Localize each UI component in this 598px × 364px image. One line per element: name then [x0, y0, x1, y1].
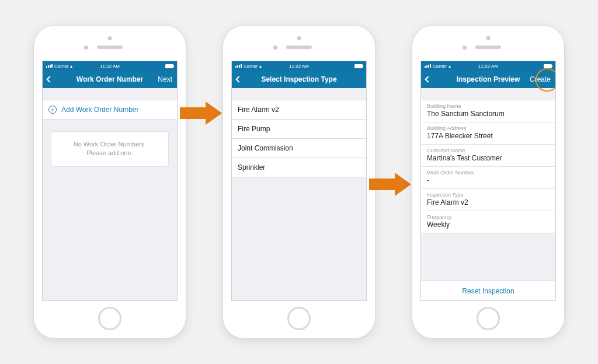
- battery-icon: [544, 64, 552, 68]
- reset-inspection-button[interactable]: Reset Inspection: [421, 281, 555, 300]
- status-bar: Carrier ▴ 11:22 AM: [43, 61, 177, 71]
- create-button[interactable]: Create: [530, 75, 551, 83]
- arrow-step-2: [369, 173, 411, 196]
- screen-work-order: Carrier ▴ 11:22 AM Work Order Number Nex…: [42, 61, 178, 301]
- inspection-type-option[interactable]: Joint Commission: [232, 139, 366, 158]
- content-area: Building Name The Sanctum Sanctorum Buil…: [421, 88, 555, 300]
- phone-frame-2: Carrier ▴ 11:22 AM Select Inspection Typ…: [223, 26, 375, 338]
- phone-speaker: [475, 46, 501, 49]
- phone-sensor: [486, 36, 491, 40]
- phone-speaker: [97, 46, 123, 49]
- nav-bar: Inspection Preview Create: [421, 71, 555, 88]
- inspection-type-option[interactable]: Fire Pump: [232, 120, 366, 139]
- carrier-label: Carrier: [244, 64, 258, 69]
- field-work-order-number[interactable]: Work Order Number -: [421, 167, 555, 189]
- back-button[interactable]: [426, 75, 444, 83]
- signal-icon: [235, 64, 242, 68]
- field-customer-name[interactable]: Customer Name Martina's Test Customer: [421, 145, 555, 167]
- field-value: Weekly: [427, 220, 550, 229]
- field-building-address[interactable]: Building Address 177A Bleecker Street: [421, 123, 555, 145]
- field-building-name[interactable]: Building Name The Sanctum Sanctorum: [421, 100, 555, 123]
- empty-state-card: No Work Order Numbers. Please add one.: [51, 131, 169, 167]
- phone-frame-1: Carrier ▴ 11:22 AM Work Order Number Nex…: [34, 26, 186, 338]
- wifi-icon: ▴: [259, 64, 262, 69]
- field-inspection-type[interactable]: Inspection Type Fire Alarm v2: [421, 189, 555, 211]
- back-button[interactable]: [47, 75, 66, 83]
- nav-bar: Select Inspection Type: [232, 71, 366, 88]
- field-value: Fire Alarm v2: [427, 198, 550, 206]
- content-area: + Add Work Order Number No Work Order Nu…: [43, 88, 177, 300]
- phone-camera: [84, 46, 88, 50]
- chevron-left-icon: [425, 76, 431, 82]
- inspection-type-option[interactable]: Sprinkler: [232, 158, 366, 177]
- wifi-icon: ▴: [70, 64, 72, 69]
- nav-bar: Work Order Number Next: [43, 71, 177, 88]
- field-label: Inspection Type: [427, 192, 550, 198]
- phone-camera: [463, 46, 467, 50]
- screen-inspection-type: Carrier ▴ 11:22 AM Select Inspection Typ…: [231, 61, 367, 301]
- home-button[interactable]: [98, 307, 121, 330]
- back-button[interactable]: [237, 75, 255, 83]
- inspection-type-option[interactable]: Fire Alarm v2: [232, 100, 366, 120]
- plus-circle-icon: +: [48, 106, 57, 114]
- phone-frame-3: Carrier ▴ 11:22 AM Inspection Preview Cr…: [412, 26, 564, 338]
- carrier-label: Carrier: [54, 64, 68, 69]
- add-work-order-label: Add Work Order Number: [61, 106, 139, 114]
- field-label: Building Name: [427, 103, 550, 109]
- chevron-left-icon: [46, 76, 53, 82]
- phone-speaker: [286, 46, 312, 49]
- signal-icon: [46, 64, 53, 68]
- field-label: Work Order Number: [427, 170, 550, 176]
- screen-inspection-preview: Carrier ▴ 11:22 AM Inspection Preview Cr…: [420, 61, 556, 301]
- carrier-label: Carrier: [433, 64, 447, 69]
- field-value: 177A Bleecker Street: [427, 132, 550, 140]
- home-button[interactable]: [477, 307, 500, 330]
- phone-sensor: [297, 36, 301, 40]
- status-bar: Carrier ▴ 11:22 AM: [232, 61, 366, 71]
- empty-line-1: No Work Order Numbers.: [57, 140, 162, 149]
- field-frequency[interactable]: Frequency Weekly: [421, 211, 555, 233]
- arrow-step-1: [180, 102, 222, 125]
- next-button[interactable]: Next: [154, 75, 172, 83]
- home-button[interactable]: [287, 307, 311, 330]
- status-bar: Carrier ▴ 11:22 AM: [421, 61, 555, 71]
- add-work-order-button[interactable]: + Add Work Order Number: [43, 100, 177, 120]
- field-label: Building Address: [427, 125, 550, 131]
- field-value: Martina's Test Customer: [427, 154, 550, 162]
- battery-icon: [354, 64, 363, 68]
- field-value: The Sanctum Sanctorum: [427, 110, 550, 118]
- field-label: Frequency: [427, 214, 550, 220]
- phone-sensor: [108, 36, 112, 40]
- battery-icon: [165, 64, 173, 68]
- signal-icon: [425, 64, 431, 68]
- wifi-icon: ▴: [448, 64, 451, 69]
- field-value: -: [427, 176, 550, 184]
- chevron-left-icon: [235, 76, 242, 82]
- content-area: Fire Alarm v2 Fire Pump Joint Commission…: [232, 88, 366, 300]
- field-label: Customer Name: [427, 148, 550, 153]
- phone-camera: [273, 46, 277, 50]
- empty-line-2: Please add one.: [57, 149, 162, 158]
